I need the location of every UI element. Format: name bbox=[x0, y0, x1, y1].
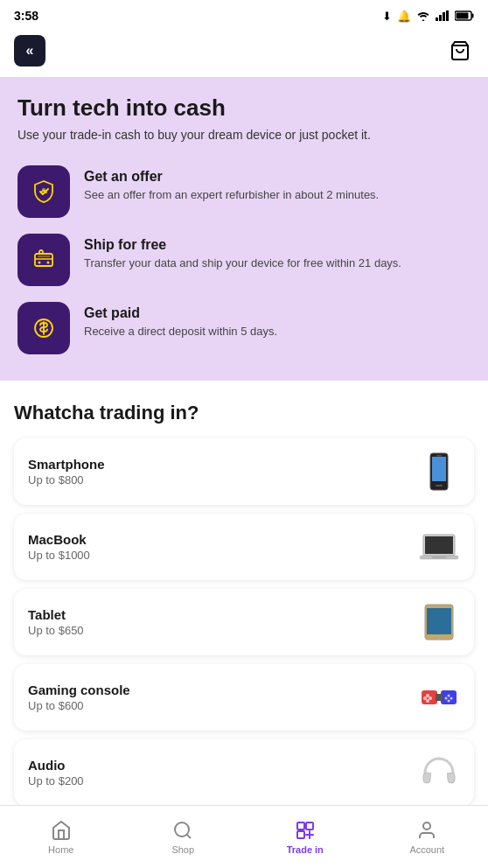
nav-home[interactable]: Home bbox=[0, 820, 122, 855]
wifi-icon bbox=[416, 10, 430, 21]
svg-rect-22 bbox=[427, 608, 451, 634]
trade-item-audio[interactable]: Audio Up to $200 bbox=[14, 739, 474, 806]
nav-trade-in-label: Trade in bbox=[287, 844, 324, 855]
trade-item-text-audio: Audio Up to $200 bbox=[28, 758, 418, 788]
notification-icon: 🔔 bbox=[397, 10, 411, 23]
macbook-icon bbox=[418, 526, 460, 568]
nav-home-label: Home bbox=[48, 844, 73, 855]
smartphone-icon bbox=[418, 451, 460, 493]
gaming-icon bbox=[418, 676, 460, 718]
back-icon: « bbox=[26, 43, 34, 59]
trade-item-macbook[interactable]: MacBook Up to $1000 bbox=[14, 514, 474, 580]
trade-item-price-gaming: Up to $600 bbox=[28, 699, 418, 712]
trading-section: Whatcha trading in? Smartphone Up to $80… bbox=[0, 381, 488, 829]
trade-item-name-smartphone: Smartphone bbox=[28, 457, 418, 472]
svg-rect-39 bbox=[297, 822, 304, 830]
feature-icon-paid bbox=[17, 302, 70, 354]
svg-rect-25 bbox=[441, 690, 457, 704]
svg-point-28 bbox=[426, 699, 429, 703]
cart-icon bbox=[450, 40, 471, 61]
nav-account-label: Account bbox=[409, 844, 444, 855]
status-time: 3:58 bbox=[14, 9, 38, 23]
hero-subtitle: Use your trade-in cash to buy your dream… bbox=[17, 127, 471, 144]
svg-rect-0 bbox=[436, 18, 438, 21]
top-nav: « bbox=[0, 28, 488, 77]
svg-point-29 bbox=[423, 696, 427, 700]
tablet-image bbox=[418, 601, 460, 643]
svg-rect-9 bbox=[35, 254, 52, 266]
svg-rect-1 bbox=[439, 15, 442, 21]
nav-trade-in[interactable]: Trade in bbox=[244, 820, 366, 855]
home-icon bbox=[51, 820, 72, 841]
feature-icon-offer bbox=[17, 165, 70, 218]
back-button[interactable]: « bbox=[14, 35, 45, 66]
trade-item-text-smartphone: Smartphone Up to $800 bbox=[28, 457, 418, 486]
svg-rect-5 bbox=[472, 14, 474, 18]
feature-text-offer: Get an offer See an offer from an expert… bbox=[84, 165, 471, 203]
trade-item-name-tablet: Tablet bbox=[28, 607, 418, 622]
feature-desc-paid: Receive a direct deposit within 5 days. bbox=[84, 324, 471, 340]
cart-button[interactable] bbox=[446, 37, 474, 65]
svg-line-38 bbox=[187, 834, 191, 837]
feature-title-ship: Ship for free bbox=[84, 237, 471, 253]
svg-rect-2 bbox=[443, 12, 445, 21]
audio-image bbox=[418, 752, 460, 794]
trade-item-text-tablet: Tablet Up to $650 bbox=[28, 607, 418, 637]
svg-rect-40 bbox=[306, 822, 313, 830]
hero-title: Turn tech into cash bbox=[17, 94, 471, 122]
svg-rect-18 bbox=[425, 536, 453, 554]
macbook-image bbox=[418, 526, 460, 568]
trade-item-price-audio: Up to $200 bbox=[28, 774, 418, 788]
trade-in-icon bbox=[295, 820, 316, 841]
trade-item-name-gaming: Gaming console bbox=[28, 682, 418, 697]
svg-rect-6 bbox=[457, 13, 469, 19]
ship-icon bbox=[31, 247, 57, 273]
svg-rect-16 bbox=[436, 455, 442, 457]
shop-icon bbox=[172, 820, 193, 841]
feature-title-paid: Get paid bbox=[84, 305, 471, 321]
svg-rect-41 bbox=[297, 831, 304, 838]
trade-item-name-audio: Audio bbox=[28, 758, 418, 773]
audio-icon bbox=[418, 752, 460, 794]
battery-icon bbox=[455, 10, 474, 21]
trade-item-smartphone[interactable]: Smartphone Up to $800 bbox=[14, 438, 474, 505]
nav-account[interactable]: Account bbox=[366, 820, 489, 855]
trade-item-price-macbook: Up to $1000 bbox=[28, 549, 418, 562]
feature-text-ship: Ship for free Transfer your data and shi… bbox=[84, 234, 471, 271]
trade-item-text-gaming: Gaming console Up to $600 bbox=[28, 682, 418, 712]
tablet-icon bbox=[418, 601, 460, 643]
svg-rect-35 bbox=[423, 773, 430, 783]
svg-rect-20 bbox=[432, 556, 446, 558]
gaming-image bbox=[418, 676, 460, 718]
nav-shop[interactable]: Shop bbox=[122, 820, 245, 855]
feature-desc-offer: See an offer from an expert refurbisher … bbox=[84, 187, 471, 203]
shield-icon bbox=[31, 178, 57, 205]
status-bar: 3:58 ⬇ 🔔 bbox=[0, 0, 488, 28]
svg-rect-26 bbox=[436, 694, 443, 701]
svg-point-42 bbox=[423, 822, 430, 830]
svg-point-37 bbox=[175, 822, 189, 836]
feature-paid: Get paid Receive a direct deposit within… bbox=[17, 302, 471, 354]
feature-icon-ship bbox=[17, 234, 70, 286]
trade-item-gaming[interactable]: Gaming console Up to $600 bbox=[14, 664, 474, 731]
signal-icon bbox=[436, 10, 450, 21]
svg-point-31 bbox=[448, 694, 450, 696]
feature-ship: Ship for free Transfer your data and shi… bbox=[17, 234, 471, 286]
svg-point-34 bbox=[445, 696, 448, 699]
trade-item-name-macbook: MacBook bbox=[28, 532, 418, 547]
svg-point-11 bbox=[47, 261, 50, 263]
status-icons: ⬇ 🔔 bbox=[382, 10, 474, 23]
svg-point-23 bbox=[437, 636, 441, 640]
nav-shop-label: Shop bbox=[171, 844, 194, 855]
svg-rect-15 bbox=[436, 485, 443, 486]
smartphone-image bbox=[418, 451, 460, 493]
trade-item-price-tablet: Up to $650 bbox=[28, 624, 418, 637]
trade-item-text-macbook: MacBook Up to $1000 bbox=[28, 532, 418, 562]
feature-title-offer: Get an offer bbox=[84, 169, 471, 185]
svg-point-33 bbox=[448, 699, 450, 702]
svg-point-30 bbox=[429, 696, 432, 700]
feature-desc-ship: Transfer your data and ship your device … bbox=[84, 256, 471, 271]
hero-section: Turn tech into cash Use your trade-in ca… bbox=[0, 77, 488, 381]
trade-item-tablet[interactable]: Tablet Up to $650 bbox=[14, 589, 474, 655]
feature-get-offer: Get an offer See an offer from an expert… bbox=[17, 165, 471, 218]
